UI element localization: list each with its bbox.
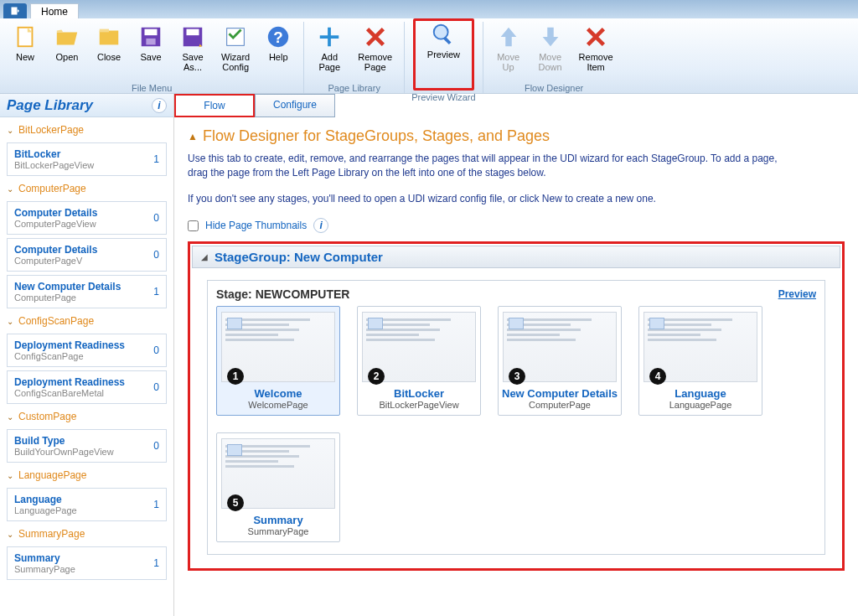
library-item-title: New Computer Details: [14, 281, 121, 292]
library-category[interactable]: ⌄LanguagePage: [0, 466, 173, 484]
svg-rect-0: [12, 8, 18, 15]
page-subtitle: WelcomePage: [248, 400, 308, 410]
library-item-subtitle: BuildYourOwnPageView: [14, 447, 114, 457]
x-icon: [582, 23, 609, 50]
ribbon-group-preview-wizard: Preview Preview Wizard: [411, 22, 483, 93]
stage-page-card[interactable]: 1WelcomeWelcomePage: [216, 306, 340, 416]
close-folder-icon: [96, 23, 122, 50]
wizard-config-button[interactable]: Wizard Config: [216, 22, 255, 81]
page-order-badge: 4: [649, 368, 666, 385]
library-item-count: 1: [153, 499, 159, 510]
stage-box: Stage: NEWCOMPUTER Preview 1WelcomeWelco…: [207, 280, 825, 555]
library-item-title: Computer Details: [14, 244, 97, 256]
save-as-icon: [179, 23, 206, 50]
page-subtitle: BitLockerPageView: [379, 400, 458, 410]
library-item-title: BitLocker: [14, 148, 94, 160]
tab-flow[interactable]: Flow: [174, 94, 255, 117]
app-menu-button[interactable]: [3, 3, 27, 18]
x-icon: [362, 23, 389, 50]
help-button[interactable]: ?Help: [260, 22, 297, 81]
library-category[interactable]: ⌄ComputerPage: [0, 179, 173, 198]
info-icon[interactable]: i: [152, 98, 167, 113]
close-button[interactable]: Close: [90, 22, 127, 81]
library-category[interactable]: ⌄CustomPage: [0, 407, 173, 426]
library-item-subtitle: LanguagePage: [14, 505, 77, 515]
preview-button[interactable]: Preview: [413, 18, 474, 91]
svg-rect-15: [444, 37, 452, 44]
library-category[interactable]: ⌄ConfigScanPage: [0, 312, 173, 330]
library-item-subtitle: ConfigScanBareMetal: [14, 388, 125, 398]
hide-thumbnails-label[interactable]: Hide Page Thumbnails: [205, 220, 307, 231]
add-page-button[interactable]: Add Page: [311, 22, 348, 81]
library-item-subtitle: ComputerPageView: [14, 219, 97, 229]
stage-page-card[interactable]: 5SummarySummaryPage: [216, 432, 340, 542]
ribbon-group-file-menu: New Open Close Save Save As... Wizard Co…: [7, 22, 304, 93]
chevron-down-icon: ⌄: [7, 471, 13, 480]
library-item[interactable]: New Computer DetailsComputerPage1: [7, 275, 167, 308]
library-item-title: Summary: [14, 552, 75, 564]
chevron-down-icon: ⌄: [7, 412, 13, 422]
remove-page-button[interactable]: Remove Page: [353, 22, 397, 81]
stage-page-card[interactable]: 3New Computer DetailsComputerPage: [498, 306, 622, 416]
library-item[interactable]: Build TypeBuildYourOwnPageView0: [7, 429, 167, 463]
save-button[interactable]: Save: [132, 22, 169, 81]
library-item-title: Computer Details: [14, 207, 97, 219]
save-icon: [137, 23, 164, 50]
ribbon-group-label: File Menu: [132, 83, 172, 93]
library-item[interactable]: SummarySummaryPage1: [7, 546, 167, 580]
flow-designer-heading: ▲ Flow Designer for StageGroups, Stages,…: [188, 127, 845, 145]
library-category[interactable]: ⌄SummaryPage: [0, 525, 173, 543]
main-tabs: Flow Configure: [174, 94, 858, 117]
ribbon-group-label: Flow Designer: [525, 83, 583, 93]
ribbon-tab-home[interactable]: Home: [30, 3, 79, 18]
magnifier-icon: [430, 21, 457, 48]
wizard-config-icon: [222, 23, 249, 50]
page-library-list: ⌄BitLockerPageBitLockerBitLockerPageView…: [0, 117, 173, 616]
library-category[interactable]: ⌄BitLockerPage: [0, 121, 173, 139]
svg-rect-4: [100, 31, 119, 45]
remove-item-button[interactable]: Remove Item: [574, 22, 618, 81]
info-icon[interactable]: i: [313, 218, 328, 233]
plus-icon: [316, 23, 343, 50]
library-item-count: 1: [153, 153, 159, 165]
stage-page-card[interactable]: 2BitLockerBitLockerPageView: [357, 306, 481, 416]
library-item-title: Build Type: [14, 435, 114, 447]
page-title: New Computer Details: [502, 387, 618, 400]
stage-page-card[interactable]: 4LanguageLanguagePage: [638, 306, 762, 416]
library-item[interactable]: Computer DetailsComputerPageView0: [7, 201, 167, 235]
library-item-subtitle: SummaryPage: [14, 564, 75, 574]
chevron-down-icon: ⌄: [7, 184, 13, 194]
open-button[interactable]: Open: [49, 22, 85, 81]
library-item[interactable]: BitLockerBitLockerPageView1: [7, 142, 167, 176]
library-item-count: 0: [153, 344, 159, 356]
library-item[interactable]: Deployment ReadinessConfigScanBareMetal0: [7, 370, 167, 404]
move-down-button[interactable]: Move Down: [532, 22, 569, 81]
library-item[interactable]: LanguageLanguagePage1: [7, 488, 167, 521]
new-button[interactable]: New: [7, 22, 44, 81]
stagegroup-header[interactable]: ◢ StageGroup: New Computer: [192, 246, 840, 268]
collapse-icon[interactable]: ◢: [201, 252, 208, 261]
page-title: Language: [675, 387, 726, 400]
svg-rect-8: [146, 39, 155, 45]
tab-configure[interactable]: Configure: [255, 94, 335, 117]
save-as-button[interactable]: Save As...: [174, 22, 211, 81]
page-title: Welcome: [255, 387, 302, 400]
library-item-count: 1: [153, 557, 159, 569]
library-item[interactable]: Computer DetailsComputerPageV0: [7, 238, 167, 272]
library-item-count: 0: [153, 212, 159, 224]
svg-marker-1: [18, 9, 19, 13]
flow-description-2: If you don't see any stages, you'll need…: [188, 192, 791, 206]
stage-preview-link[interactable]: Preview: [778, 288, 816, 300]
collapse-icon[interactable]: ▲: [188, 131, 198, 142]
hide-thumbnails-checkbox[interactable]: [188, 220, 199, 231]
stage-pages: 1WelcomeWelcomePage2BitLockerBitLockerPa…: [216, 306, 816, 542]
title-bar: Home: [0, 0, 858, 18]
page-order-badge: 2: [368, 368, 385, 385]
page-library-title: Page Library: [7, 97, 147, 114]
page-library-panel: Page Library i ⌄BitLockerPageBitLockerBi…: [0, 94, 174, 616]
arrow-up-icon: [495, 23, 522, 50]
library-item[interactable]: Deployment ReadinessConfigScanPage0: [7, 334, 167, 367]
chevron-down-icon: ⌄: [7, 530, 13, 539]
move-up-button[interactable]: Move Up: [490, 22, 527, 81]
chevron-down-icon: ⌄: [7, 317, 13, 326]
